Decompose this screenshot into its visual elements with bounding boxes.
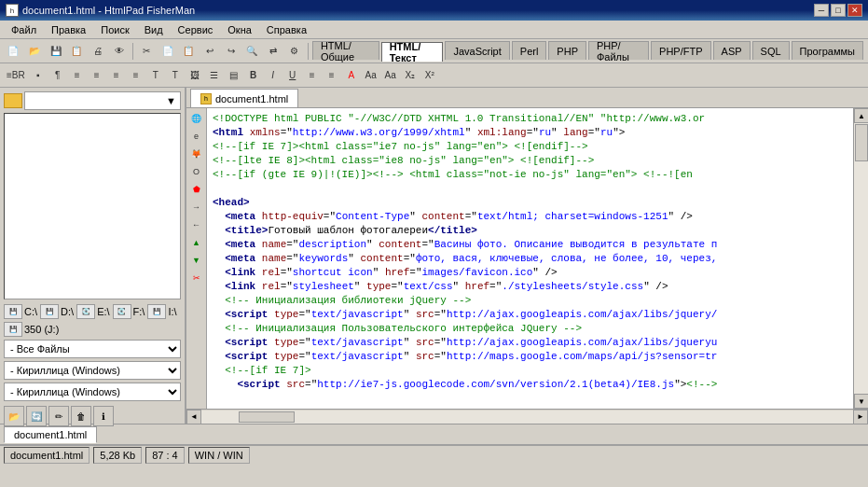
scroll-right-btn[interactable]: ► bbox=[853, 410, 868, 424]
drive-e[interactable]: 💽 E:\ bbox=[76, 304, 109, 319]
square-button[interactable]: ▪ bbox=[29, 66, 48, 85]
undo-button[interactable]: ↩ bbox=[200, 41, 220, 62]
code-editor[interactable]: <!DOCTYPE html PUBLIC "-//W3C//DTD XHTML… bbox=[207, 108, 853, 409]
editor-tab-doc1[interactable]: h document1.html bbox=[190, 89, 298, 107]
side-scissors-btn[interactable]: ✂ bbox=[188, 270, 205, 286]
scroll-thumb-v[interactable] bbox=[855, 124, 868, 161]
menu-edit[interactable]: Правка bbox=[44, 22, 93, 37]
preview-button[interactable]: 👁 bbox=[109, 41, 129, 62]
tab-programs[interactable]: Программы bbox=[792, 41, 863, 60]
scrollbar-vertical[interactable]: ▲ ▼ bbox=[853, 108, 868, 409]
code-line-10: <meta name="keywords" content="фото, вас… bbox=[213, 252, 847, 266]
font-btn[interactable]: T bbox=[166, 66, 185, 85]
font-size2[interactable]: Аа bbox=[381, 66, 400, 85]
font-size1[interactable]: Аа bbox=[362, 66, 380, 85]
edit-btn[interactable]: ✏ bbox=[48, 406, 69, 426]
drive-d[interactable]: 💾 D:\ bbox=[40, 304, 74, 319]
app-icon: h bbox=[6, 4, 19, 17]
drive-c-icon: 💾 bbox=[4, 304, 22, 319]
tab-asp[interactable]: ASP bbox=[713, 41, 751, 60]
refresh-btn[interactable]: 🔄 bbox=[26, 406, 47, 426]
superscript-btn[interactable]: X² bbox=[420, 66, 439, 85]
scroll-left-btn[interactable]: ◄ bbox=[186, 410, 201, 424]
encoding-filter2[interactable]: - Кириллица (Windows) bbox=[4, 383, 181, 401]
list-btn[interactable]: ☰ bbox=[205, 66, 224, 85]
side-fox-btn[interactable]: 🦊 bbox=[188, 146, 205, 162]
align-left[interactable]: ≡ bbox=[68, 66, 87, 85]
cut-button[interactable]: ✂ bbox=[137, 41, 157, 62]
side-outdent-btn[interactable]: ← bbox=[188, 216, 205, 233]
print-button[interactable]: 🖨 bbox=[89, 41, 108, 62]
tab-php-files[interactable]: PHP/Файлы bbox=[588, 41, 649, 60]
tab-sql[interactable]: SQL bbox=[752, 41, 790, 60]
side-indent-btn[interactable]: → bbox=[188, 199, 205, 216]
scroll-track-v[interactable] bbox=[854, 123, 868, 394]
save-all-button[interactable]: 📋 bbox=[67, 41, 87, 62]
color-btn[interactable]: A bbox=[342, 66, 361, 85]
scroll-down-btn[interactable]: ▼ bbox=[854, 394, 868, 409]
save-button[interactable]: 💾 bbox=[46, 41, 65, 62]
side-down-btn[interactable]: ▼ bbox=[188, 252, 205, 269]
drive-i[interactable]: 💾 I:\ bbox=[147, 304, 176, 319]
tab-php[interactable]: PHP bbox=[548, 41, 586, 60]
scroll-track-h[interactable] bbox=[201, 410, 853, 424]
bottom-tab-doc1[interactable]: document1.html bbox=[4, 426, 97, 443]
menu-file[interactable]: Файл bbox=[4, 22, 44, 37]
menu-search[interactable]: Поиск bbox=[93, 22, 136, 37]
tab-perl[interactable]: Perl bbox=[512, 41, 547, 60]
maximize-button[interactable]: □ bbox=[831, 4, 846, 17]
align-right[interactable]: ≡ bbox=[107, 66, 126, 85]
redo-button[interactable]: ↪ bbox=[221, 41, 241, 62]
replace-button[interactable]: ⇄ bbox=[264, 41, 283, 62]
file-filter-select[interactable]: - Все Файлы bbox=[4, 340, 181, 358]
find-button[interactable]: 🔍 bbox=[242, 41, 262, 62]
italic-button[interactable]: I bbox=[264, 66, 282, 85]
side-e-btn[interactable]: e bbox=[188, 128, 205, 145]
del-btn[interactable]: 🗑 bbox=[71, 406, 91, 426]
drive-j[interactable]: 💾 350 (J:) bbox=[4, 322, 59, 337]
menu-service[interactable]: Сервис bbox=[171, 22, 221, 37]
ol-button[interactable]: ≡ bbox=[303, 66, 322, 85]
paste-button[interactable]: 📋 bbox=[179, 41, 199, 62]
align-center[interactable]: ≡ bbox=[88, 66, 106, 85]
br-button[interactable]: ≡BR bbox=[4, 66, 28, 85]
menu-view[interactable]: Вид bbox=[137, 22, 171, 37]
open-button[interactable]: 📂 bbox=[25, 41, 45, 62]
copy-button[interactable]: 📄 bbox=[158, 41, 177, 62]
text-btn[interactable]: T bbox=[146, 66, 165, 85]
bottom-tab-bar: document1.html bbox=[0, 424, 868, 444]
side-red-btn[interactable]: ⬟ bbox=[188, 181, 205, 198]
info-btn[interactable]: ℹ bbox=[93, 406, 114, 426]
scroll-thumb-h[interactable] bbox=[239, 411, 295, 423]
encoding-filter1[interactable]: - Кириллица (Windows) bbox=[4, 361, 181, 380]
new-button[interactable]: 📄 bbox=[4, 41, 23, 62]
tab-html-text[interactable]: HTML/Текст bbox=[381, 42, 444, 62]
side-globe-btn[interactable]: 🌐 bbox=[188, 110, 205, 127]
para-button[interactable]: ¶ bbox=[48, 66, 67, 85]
minimize-button[interactable]: ─ bbox=[814, 4, 829, 17]
path-dropdown[interactable]: ▼ bbox=[24, 91, 181, 110]
ul-button[interactable]: ≡ bbox=[323, 66, 341, 85]
underline-button[interactable]: U bbox=[283, 66, 302, 85]
tab-php-ftp[interactable]: PHP/FTP bbox=[651, 41, 710, 60]
drive-f[interactable]: 💽 F:\ bbox=[113, 304, 145, 319]
code-line-4: <!--[if (gte IE 9)|!(IE)]><!--> <html cl… bbox=[213, 168, 847, 182]
image-btn[interactable]: 🖼 bbox=[186, 66, 204, 85]
align-justify[interactable]: ≡ bbox=[127, 66, 145, 85]
drive-c[interactable]: 💾 C:\ bbox=[4, 304, 37, 319]
table-btn[interactable]: ▤ bbox=[225, 66, 243, 85]
editor-container: 🌐 e 🦊 O ⬟ → ← ▲ ▼ ✂ <!DOCTYPE html PUBLI… bbox=[186, 108, 868, 409]
menu-help[interactable]: Справка bbox=[259, 22, 314, 37]
add-btn[interactable]: 📂 bbox=[4, 406, 24, 426]
side-opera-btn[interactable]: O bbox=[188, 163, 205, 180]
menu-windows[interactable]: Окна bbox=[220, 22, 259, 37]
tab-html-common[interactable]: HTML/Общие bbox=[312, 41, 379, 60]
scroll-up-btn[interactable]: ▲ bbox=[854, 108, 868, 123]
close-button[interactable]: ✕ bbox=[847, 4, 862, 17]
side-up-btn[interactable]: ▲ bbox=[188, 234, 205, 251]
scrollbar-horizontal[interactable]: ◄ ► bbox=[186, 409, 868, 424]
b5[interactable]: ⚙ bbox=[284, 41, 304, 62]
subscript-btn[interactable]: X₂ bbox=[401, 66, 420, 85]
bold-button[interactable]: B bbox=[244, 66, 263, 85]
tab-javascript[interactable]: JavaScript bbox=[445, 41, 509, 60]
